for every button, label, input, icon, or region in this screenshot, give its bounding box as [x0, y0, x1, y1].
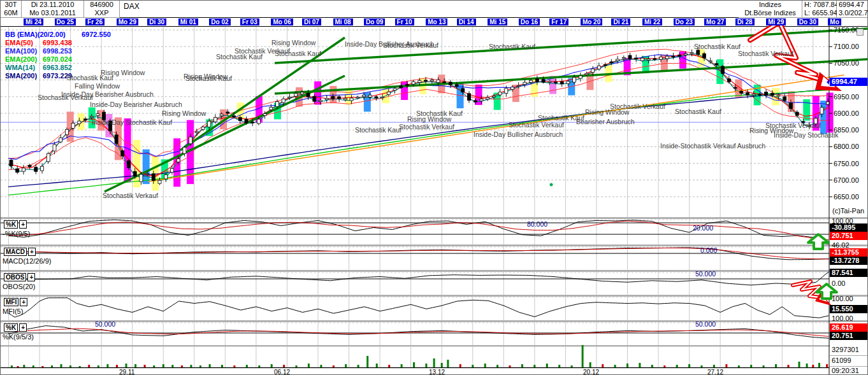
last-price-cell: 6994.47: [837, 1, 868, 10]
date-tab[interactable]: Mo 13: [426, 18, 447, 25]
legend-item: EMA(200)6970.024: [5, 55, 37, 63]
chart-annotation: Stochastik Verkauf: [383, 41, 438, 49]
panel-axis-label: 20.000: [693, 224, 713, 232]
chart-annotation: Inside-Day Bearisher Ausbruch: [90, 101, 182, 108]
indicator-value-box: 26.619: [830, 323, 868, 332]
copyright-label: (c)Tai-Pan: [832, 207, 864, 215]
indicator-button-k1[interactable]: %K: [4, 220, 18, 229]
chart-annotation: Stochastik Kauf: [489, 43, 535, 50]
chart-annotation: Inside-Day Stochastik Kauf: [92, 118, 172, 126]
indicator-value-box: 15.550: [830, 305, 868, 313]
collapse-icon[interactable]: [857, 29, 864, 36]
date-tab[interactable]: Do 23: [674, 18, 695, 25]
chart-annotation: Rising Window: [162, 110, 206, 117]
date-tab[interactable]: Mo 06: [271, 18, 293, 25]
chart-annotation: Rising Window: [101, 69, 145, 76]
volume-last-cell: 61099: [830, 356, 868, 367]
indicator-value-box: -30.895: [830, 223, 868, 232]
date-tab[interactable]: Do 09: [364, 18, 385, 25]
chart-annotation: Stochastik Kauf: [675, 108, 721, 115]
price-tick-label: 7150.00: [834, 26, 859, 34]
date-axis-label: 29.11: [119, 369, 134, 375]
chart-annotation: Rising Window: [407, 115, 451, 123]
indicator-button-k2[interactable]: %K: [4, 323, 18, 332]
indicator-button-mfi[interactable]: MFI: [4, 298, 18, 306]
date-tab[interactable]: Do 30: [797, 18, 818, 25]
wkn-cell-2: XXP: [84, 9, 120, 18]
price-tick-label: 7050.00: [834, 59, 859, 67]
indicator-label: MFI(5): [3, 308, 23, 315]
date-tab[interactable]: Mo: [828, 18, 841, 25]
chart-annotation: Stochastik Verkauf: [738, 50, 793, 57]
date-tab[interactable]: Fr 17: [549, 18, 568, 25]
date-tab[interactable]: Mi 01: [178, 18, 198, 25]
volume-total-cell: 3297301: [830, 345, 868, 356]
wkn-cell: 846900: [84, 1, 120, 10]
price-tick-label: 6750.00: [834, 160, 859, 167]
panel-expand-button[interactable]: +: [19, 323, 27, 332]
chart-annotation: Stochastik Verkauf: [509, 121, 564, 129]
date-tab[interactable]: Do 02: [209, 18, 230, 25]
panel-axis-label: 80.000: [527, 220, 547, 228]
date-tab[interactable]: Fr 10: [395, 18, 414, 25]
date-tab[interactable]: Fr 03: [240, 18, 259, 25]
panel-expand-button[interactable]: +: [28, 248, 36, 256]
indicator-button-macd[interactable]: MACD: [4, 248, 27, 256]
category-cell-2[interactable]: Dt.Börse Indizes: [739, 9, 802, 18]
indicator-value-box: 100.00: [830, 315, 868, 323]
date-tab[interactable]: Mo 29: [117, 18, 138, 25]
app-window: 30T Di 23.11.2010 846900 DAX 60M Mo 03.0…: [0, 0, 868, 375]
price-tick-label: 7100.00: [834, 43, 859, 50]
green-dot-marker: [550, 183, 553, 187]
category-cell[interactable]: Indizes: [739, 1, 802, 10]
high-cell: H: 7087.84: [802, 1, 837, 10]
legend-item: EMA(50)6993.438: [5, 39, 33, 46]
timeframe-cell-1[interactable]: 30T: [1, 1, 22, 10]
panel-expand-button[interactable]: +: [27, 273, 35, 281]
panel-axis-label: 50.000: [95, 320, 115, 328]
date-tab[interactable]: Mi 24: [24, 18, 43, 25]
date-tab[interactable]: Mi 22: [642, 18, 662, 25]
date-tab[interactable]: Mi 08: [333, 18, 353, 25]
indicator-label: %K(9/5/3): [3, 333, 34, 341]
date-tab[interactable]: Mo 20: [581, 18, 602, 25]
change-cell: 3.0/202.72: [837, 9, 868, 18]
date-tab[interactable]: Di 14: [457, 18, 476, 25]
date-cell-2: Mo 03.01.2011: [22, 9, 84, 18]
date-axis-label: 13.12: [429, 369, 445, 375]
indicator-button-obos[interactable]: OBOS: [4, 273, 26, 281]
date-tab[interactable]: Di 28: [735, 18, 755, 25]
chart-annotation: Stochastik Kauf: [275, 50, 321, 57]
date-tab[interactable]: Di 07: [302, 18, 321, 25]
date-tab[interactable]: Di 30: [147, 18, 166, 25]
panel-axis-label: 0.000: [700, 246, 717, 254]
legend-item: EMA(100)6998.253: [5, 47, 37, 55]
price-tick-label: 6950.00: [834, 93, 859, 101]
timeframe-cell-2[interactable]: 60M: [1, 9, 22, 18]
date-axis-label: 06.12: [274, 369, 290, 375]
chart-annotation: Bearisher Ausbruch: [576, 118, 635, 125]
legend-item: WMA(14)6963.852: [5, 64, 35, 71]
symbol-title: DAX: [124, 2, 140, 11]
date-tab[interactable]: Fr 26: [85, 18, 105, 25]
panel-expand-button[interactable]: +: [19, 220, 27, 229]
date-tab[interactable]: Mo 27: [704, 18, 726, 25]
chart-annotation: Rising Window: [271, 39, 315, 46]
panel-expand-button[interactable]: +: [20, 298, 27, 306]
indicator-label: -%K(9/5): [3, 230, 30, 237]
panel-axis-label: 50.000: [695, 320, 716, 328]
date-tab[interactable]: Do 16: [519, 18, 540, 25]
indicator-value-box: 87.541: [830, 269, 868, 277]
chart-annotation: Falling Window: [75, 82, 120, 90]
indicator-value-box: 20.751: [830, 332, 868, 340]
date-axis-label: 20.12: [583, 369, 599, 375]
chart-annotation: Stochastik Verkauf: [610, 103, 665, 110]
date-tab[interactable]: Di 21: [611, 18, 630, 25]
legend-item: SMA(200)6973.229: [5, 72, 37, 80]
price-tick-label: 6700.00: [834, 176, 859, 184]
date-cell-1: Di 23.11.2010: [22, 1, 84, 10]
date-tab[interactable]: Mi 29: [766, 18, 786, 25]
legend-item: BB (EMA)(20/2.00)6972.550: [5, 31, 66, 38]
date-tab[interactable]: Do 25: [55, 18, 76, 25]
date-tab[interactable]: Mi 15: [488, 18, 507, 25]
